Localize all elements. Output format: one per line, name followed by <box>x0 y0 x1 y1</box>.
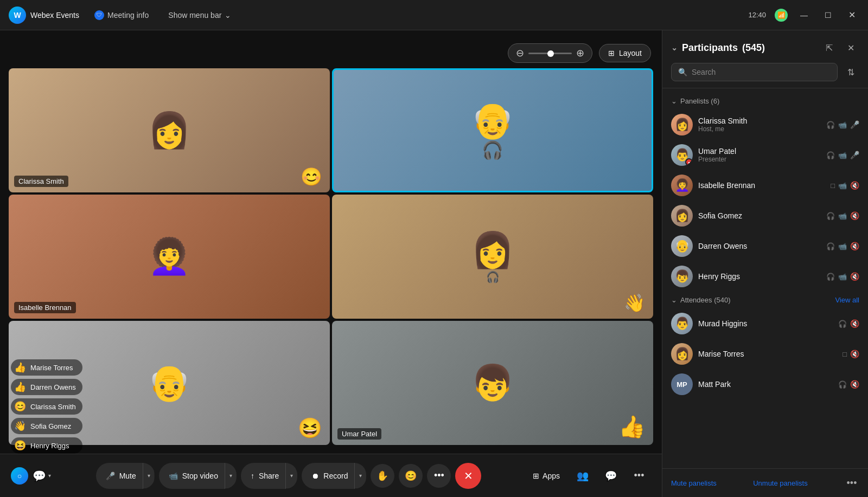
marise-device-icon: □ <box>843 350 847 358</box>
record-icon: ⏺ <box>311 472 319 480</box>
darren-video-icon: 📹 <box>838 242 847 250</box>
marise-mic-icon: 🔇 <box>850 350 859 358</box>
isabelle-mic-icon: 🔇 <box>850 181 859 190</box>
mute-button[interactable]: 🎤 Mute <box>96 463 143 489</box>
participant-row-sofia[interactable]: 👩 Sofia Gomez 🎧 📹 🔇 <box>662 201 868 231</box>
isabelle-person: 👩‍🦱 <box>9 195 330 319</box>
participant-row-darren[interactable]: 👴 Darren Owens 🎧 📹 🔇 <box>662 231 868 261</box>
reaction-item-darren: 👍 Darren Owens <box>11 379 82 395</box>
matt-name: Matt Park <box>698 380 833 389</box>
avatar-img-darren: 👴 <box>675 239 690 253</box>
umar-name-tag: Umar Patel <box>337 428 381 440</box>
meeting-info-label: Meeting info <box>107 11 149 20</box>
sofia-video-icon: 📹 <box>838 212 847 220</box>
video-cell-clarissa[interactable]: 👩 Clarissa Smith 😊 <box>9 68 330 192</box>
reaction-emoji-henry: 😆 <box>14 440 26 451</box>
minimize-button[interactable]: — <box>796 8 812 23</box>
footer-more-button[interactable]: ••• <box>844 475 859 490</box>
raise-hand-button[interactable]: ✋ <box>371 464 394 488</box>
chat-icon-wrap[interactable]: 💬 ▾ <box>33 469 51 482</box>
toolbar-more-icon: ••• <box>634 470 644 481</box>
webex-status-icon[interactable]: ○ <box>11 467 28 485</box>
participant-row-isabelle[interactable]: 👩‍🦱 Isabelle Brennan □ 📹 🔇 <box>662 170 868 201</box>
participants-icon: 👥 <box>577 470 589 482</box>
panelists-section-header[interactable]: ⌄ Panelists (6) <box>662 93 868 109</box>
share-button[interactable]: ↑ Share <box>241 463 285 489</box>
video-cell-sofia[interactable]: 👩 🎧 👋 <box>332 195 653 319</box>
participants-icon-button[interactable]: 👥 <box>571 464 595 488</box>
stop-video-button[interactable]: 📹 Stop video <box>159 463 225 489</box>
marise-name: Marise Torres <box>698 350 837 358</box>
video-cell-main-speaker[interactable]: 👴 🎧 <box>332 68 653 192</box>
main-speaker-person: 👴 🎧 <box>334 70 652 191</box>
stop-video-dropdown-arrow[interactable]: ▾ <box>225 463 237 489</box>
window-close-button[interactable]: ✕ <box>844 8 859 23</box>
participant-row-murad[interactable]: 👨 Murad Higgins 🎧 🔇 <box>662 308 868 339</box>
apps-grid-icon: ⊞ <box>533 472 539 480</box>
emoji-button[interactable]: 😊 <box>399 464 423 488</box>
participant-row-henry[interactable]: 👦 Henry Riggs 🎧 📹 🔇 <box>662 261 868 292</box>
layout-button[interactable]: ⊞ Layout <box>599 44 651 62</box>
mute-dropdown-arrow[interactable]: ▾ <box>143 463 155 489</box>
more-options-button[interactable]: ••• <box>427 464 451 488</box>
view-all-button[interactable]: View all <box>835 296 859 304</box>
apps-button[interactable]: ⊞ Apps <box>526 467 566 485</box>
sort-button[interactable]: ⇅ <box>842 63 859 81</box>
sofia-name: Sofia Gomez <box>698 211 821 220</box>
unmute-panelists-button[interactable]: Unmute panelists <box>753 477 807 489</box>
record-button[interactable]: ⏺ Record <box>302 463 354 489</box>
chat-panel-button[interactable]: 💬 <box>599 464 623 488</box>
maximize-button[interactable]: ☐ <box>820 8 835 23</box>
share-dropdown-arrow[interactable]: ▾ <box>285 463 297 489</box>
darren-name: Darren Owens <box>698 242 821 250</box>
henry-name: Henry Riggs <box>698 272 821 281</box>
search-icon: 🔍 <box>678 68 687 76</box>
attendees-section-header[interactable]: ⌄ Attendees (540) View all <box>662 292 868 308</box>
panelists-chevron-icon: ⌄ <box>671 97 677 105</box>
reaction-emoji-marise: 👍 <box>14 362 26 373</box>
henry-info: Henry Riggs <box>698 272 821 281</box>
reaction-emoji-sofia: 👋 <box>14 420 26 432</box>
mute-panelists-button[interactable]: Mute panelists <box>671 477 717 489</box>
henry-headset-icon: 🎧 <box>826 273 835 281</box>
participant-row-umar[interactable]: 👨 ● Umar Patel Presenter 🎧 📹 🎤 <box>662 140 868 170</box>
record-dropdown-arrow[interactable]: ▾ <box>354 463 366 489</box>
layout-grid-icon: ⊞ <box>608 49 615 57</box>
zoom-in-icon[interactable]: ⊕ <box>576 47 584 59</box>
meeting-info-button[interactable]: 🛡 Meeting info <box>90 8 153 22</box>
toolbar-center: 🎤 Mute ▾ 📹 Stop video ▾ ↑ <box>96 463 482 489</box>
search-input[interactable] <box>692 68 831 76</box>
participant-row-clarissa[interactable]: 👩 Clarissa Smith Host, me 🎧 📹 🎤 <box>662 109 868 140</box>
panel-popout-button[interactable]: ⇱ <box>820 39 838 56</box>
show-menu-button[interactable]: Show menu bar ⌄ <box>164 9 235 22</box>
avatar-marise: 👩 <box>671 343 693 365</box>
end-call-button[interactable]: ✕ <box>455 463 481 489</box>
title-bar-right: 12:40 📶 — ☐ ✕ <box>748 8 859 23</box>
panel-body: ⌄ Panelists (6) 👩 Clarissa Smith Host, m… <box>662 88 868 468</box>
reaction-name-darren: Darren Owens <box>30 383 76 391</box>
umar-headset-icon: 🎧 <box>826 151 835 159</box>
isabelle-info: Isabelle Brennan <box>698 181 825 190</box>
chat-dropdown-arrow[interactable]: ▾ <box>48 473 51 479</box>
reaction-item-marise: 👍 Marise Torres <box>11 359 82 376</box>
darren-mic-icon: 🔇 <box>850 242 859 250</box>
layout-label: Layout <box>619 49 642 57</box>
video-cell-isabelle[interactable]: 👩‍🦱 Isabelle Brennan <box>9 195 330 319</box>
participant-row-matt[interactable]: MP Matt Park 🎧 🔇 <box>662 369 868 399</box>
zoom-out-icon[interactable]: ⊖ <box>516 47 524 59</box>
umar-mic-icon: 🎤 <box>850 151 859 159</box>
video-cell-umar[interactable]: 👦 Umar Patel 👍 <box>332 321 653 445</box>
panel-title-chevron-icon[interactable]: ⌄ <box>671 43 678 52</box>
shield-icon: 🛡 <box>94 10 104 20</box>
marise-icons: □ 🔇 <box>843 350 859 358</box>
participants-search-box[interactable]: 🔍 <box>671 63 838 81</box>
clarissa-emoji: 😊 <box>301 166 322 187</box>
zoom-slider[interactable] <box>528 53 572 54</box>
participant-row-marise[interactable]: 👩 Marise Torres □ 🔇 <box>662 339 868 369</box>
panel-footer: Mute panelists Unmute panelists ••• <box>662 468 868 497</box>
toolbar-more-button[interactable]: ••• <box>627 464 651 488</box>
matt-mic-icon: 🔇 <box>850 380 859 389</box>
zoom-slider-thumb <box>547 50 554 57</box>
panel-close-button[interactable]: ✕ <box>842 39 859 56</box>
zoom-pill: ⊖ ⊕ <box>508 43 592 63</box>
